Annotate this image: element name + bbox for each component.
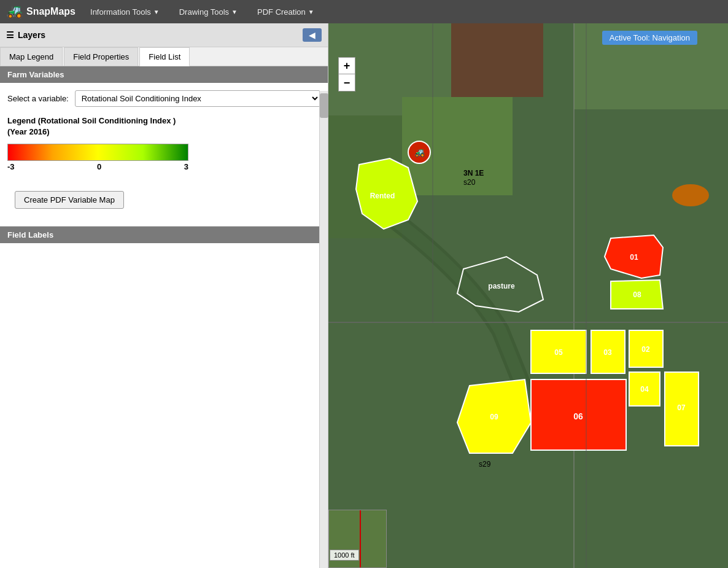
svg-text:3N 1E: 3N 1E (463, 169, 484, 177)
svg-text:🚜: 🚜 (414, 147, 425, 158)
field-labels-header: Field Labels (0, 227, 328, 243)
svg-text:02: 02 (641, 345, 650, 354)
navbar: 🚜 SnapMaps Information Tools ▼ Drawing T… (0, 0, 728, 23)
map-area[interactable]: Rented 01 08 pasture 05 03 02 04 (328, 23, 728, 568)
tab-field-properties[interactable]: Field Properties (64, 47, 138, 66)
zoom-controls: + − (338, 57, 355, 91)
field-labels-section: Field Labels (0, 227, 328, 243)
svg-text:03: 03 (603, 348, 612, 357)
tab-bar: Map Legend Field Properties Field List (0, 47, 328, 66)
create-pdf-wrap: Create PDF Variable Map (7, 181, 320, 219)
tab-map-legend[interactable]: Map Legend (0, 47, 63, 66)
brand-name: SnapMaps (26, 6, 76, 17)
zoom-in-button[interactable]: + (338, 57, 355, 74)
nav-info-tools[interactable]: Information Tools ▼ (85, 5, 165, 19)
svg-text:s29: s29 (479, 460, 491, 469)
svg-text:08: 08 (633, 290, 641, 299)
svg-text:Rented: Rented (370, 192, 395, 200)
legend-mid: 0 (97, 162, 101, 171)
layers-icon: ☰ (6, 30, 14, 40)
nav-pdf-creation[interactable]: PDF Creation ▼ (252, 5, 319, 19)
svg-text:06: 06 (573, 411, 583, 421)
legend-max: 3 (184, 162, 188, 171)
scrollbar-thumb[interactable] (320, 93, 328, 118)
active-tool-badge: Active Tool: Navigation (602, 31, 697, 45)
legend-labels: -3 0 3 (7, 162, 188, 171)
svg-text:01: 01 (630, 253, 638, 262)
scale-bar: 1000 ft (330, 550, 359, 561)
svg-point-30 (672, 184, 709, 206)
tractor-icon: 🚜 (6, 4, 23, 20)
zoom-out-button[interactable]: − (338, 74, 355, 91)
legend-block: Legend (Rotational Soil Conditioning Ind… (7, 115, 320, 171)
svg-text:07: 07 (677, 403, 686, 412)
caret-icon: ▼ (153, 9, 160, 15)
svg-text:s20: s20 (463, 178, 476, 187)
variable-dropdown[interactable]: Rotational Soil Conditioning Index Yield… (75, 90, 320, 107)
caret-icon: ▼ (308, 9, 314, 15)
caret-icon: ▼ (231, 9, 238, 15)
create-pdf-button[interactable]: Create PDF Variable Map (15, 191, 124, 209)
svg-text:09: 09 (490, 413, 498, 421)
sidebar: ☰ Layers ◀ Map Legend Field Properties F… (0, 23, 328, 568)
sidebar-content: Farm Variables Select a variable: Rotati… (0, 66, 328, 568)
legend-title: Legend (Rotational Soil Conditioning Ind… (7, 115, 320, 138)
main-layout: ☰ Layers ◀ Map Legend Field Properties F… (0, 23, 728, 568)
legend-gradient (7, 144, 188, 161)
sidebar-header: ☰ Layers ◀ (0, 23, 328, 47)
layers-title: ☰ Layers (6, 30, 45, 40)
minimap-line (360, 510, 361, 567)
legend-gradient-wrap: -3 0 3 (7, 144, 320, 171)
sidebar-toggle-btn[interactable]: ◀ (303, 28, 322, 42)
svg-text:04: 04 (640, 385, 649, 394)
scrollbar[interactable] (319, 91, 328, 568)
variable-select-row: Select a variable: Rotational Soil Condi… (7, 90, 320, 107)
map-svg: Rented 01 08 pasture 05 03 02 04 (328, 23, 728, 568)
svg-text:05: 05 (554, 348, 563, 357)
farm-variables-header: Farm Variables (0, 66, 328, 83)
svg-rect-2 (451, 23, 543, 97)
variable-label: Select a variable: (7, 94, 69, 103)
brand: 🚜 SnapMaps (6, 4, 76, 20)
tab-field-list[interactable]: Field List (139, 47, 190, 66)
farm-variables-panel: Select a variable: Rotational Soil Condi… (0, 83, 328, 226)
legend-min: -3 (7, 162, 15, 171)
svg-text:pasture: pasture (488, 282, 515, 290)
nav-drawing-tools[interactable]: Drawing Tools ▼ (174, 5, 242, 19)
